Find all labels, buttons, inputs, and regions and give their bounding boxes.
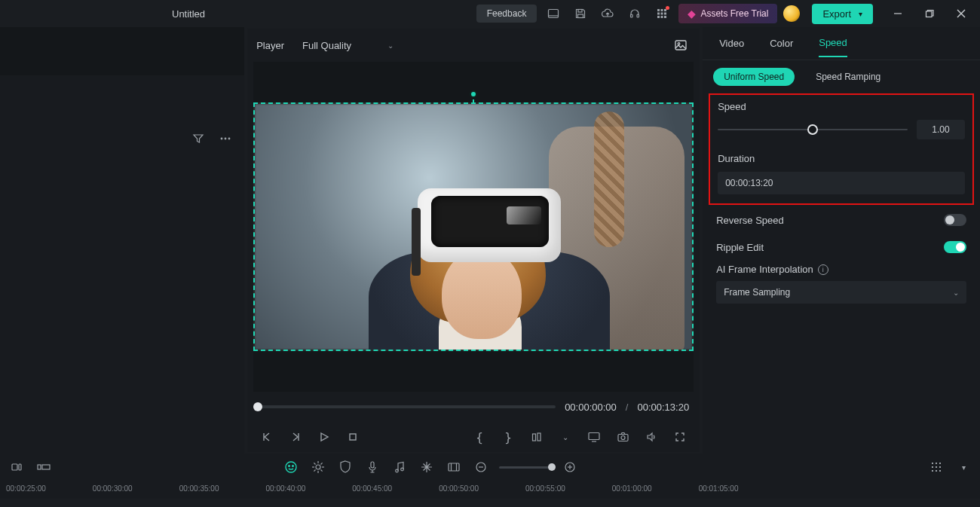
zoom-out-button[interactable] — [472, 458, 490, 476]
project-title: Untitled — [172, 8, 205, 20]
quality-select[interactable]: Full Quality ⌄ — [296, 37, 400, 54]
feedback-button[interactable]: Feedback — [476, 5, 537, 23]
seek-slider[interactable] — [258, 405, 556, 408]
more-icon[interactable] — [217, 130, 234, 147]
info-icon[interactable]: i — [818, 264, 828, 275]
stop-button[interactable] — [344, 428, 362, 446]
filter-icon[interactable] — [190, 130, 207, 147]
svg-rect-60 — [932, 463, 933, 464]
svg-rect-12 — [657, 16, 660, 18]
export-button[interactable]: Export ▾ — [812, 4, 873, 24]
speed-ramping-tab[interactable]: Speed Ramping — [805, 68, 891, 86]
crop-button[interactable] — [528, 428, 546, 446]
svg-rect-26 — [350, 434, 356, 440]
sparkle-icon[interactable] — [418, 458, 436, 476]
current-time: 00:00:00:00 — [565, 402, 617, 413]
next-frame-button[interactable] — [286, 428, 305, 446]
reverse-speed-label: Reverse Speed — [716, 215, 784, 226]
ruler-mark: 00:00:45:00 — [352, 484, 392, 493]
frame-icon[interactable] — [445, 458, 463, 476]
save-icon[interactable] — [570, 3, 591, 24]
svg-rect-22 — [675, 41, 686, 50]
total-time: 00:00:13:20 — [637, 402, 689, 413]
layout-icon[interactable] — [543, 3, 564, 24]
speed-slider-thumb[interactable] — [807, 124, 818, 135]
dropdown-icon[interactable]: ▾ — [954, 458, 972, 476]
svg-rect-7 — [661, 9, 663, 11]
svg-rect-6 — [657, 9, 660, 11]
ruler-mark: 00:00:50:00 — [439, 484, 479, 493]
ruler-mark: 00:00:35:00 — [179, 484, 219, 493]
svg-rect-11 — [664, 13, 666, 15]
music-icon[interactable] — [390, 458, 409, 476]
mark-in-button[interactable]: { — [470, 428, 488, 446]
close-button[interactable] — [948, 3, 974, 24]
tab-video[interactable]: Video — [719, 30, 744, 57]
speed-slider[interactable] — [718, 129, 908, 130]
uniform-speed-tab[interactable]: Uniform Speed — [713, 68, 795, 86]
svg-rect-4 — [631, 14, 633, 17]
maximize-button[interactable] — [917, 3, 942, 24]
track-width-icon[interactable] — [35, 458, 53, 476]
zoom-in-button[interactable] — [561, 458, 579, 476]
monitor-icon[interactable] — [585, 428, 603, 446]
ai-option-label: Frame Sampling — [724, 287, 790, 298]
speed-value[interactable]: 1.00 — [917, 120, 965, 139]
svg-line-46 — [321, 470, 323, 472]
shield-icon[interactable] — [336, 458, 354, 476]
minimize-button[interactable] — [885, 3, 911, 24]
smiley-icon[interactable] — [282, 458, 300, 476]
inspector-tabs: Video Color Speed — [703, 27, 980, 60]
svg-point-20 — [225, 138, 227, 140]
snapshot-button[interactable] — [614, 428, 632, 446]
player-stage[interactable] — [253, 62, 694, 392]
zoom-thumb[interactable] — [548, 463, 556, 471]
mark-out-button[interactable]: } — [499, 428, 517, 446]
ripple-edit-toggle[interactable] — [944, 241, 966, 253]
image-icon[interactable] — [671, 35, 691, 55]
apps-icon[interactable] — [651, 3, 672, 24]
duration-input[interactable]: 00:00:13:20 — [718, 172, 965, 194]
svg-rect-31 — [618, 435, 628, 441]
svg-point-51 — [401, 468, 404, 471]
tab-speed[interactable]: Speed — [819, 29, 847, 57]
cloud-icon[interactable] — [597, 3, 618, 24]
svg-point-39 — [292, 466, 294, 467]
tab-color[interactable]: Color — [770, 30, 793, 57]
media-panel — [0, 27, 244, 454]
ruler-mark: 00:01:00:00 — [612, 484, 652, 493]
avatar[interactable] — [783, 5, 800, 22]
svg-point-50 — [396, 469, 399, 472]
svg-rect-28 — [537, 433, 541, 441]
time-separator: / — [626, 402, 629, 413]
seek-thumb[interactable] — [253, 402, 262, 411]
play-button[interactable] — [315, 428, 333, 446]
svg-rect-68 — [939, 470, 941, 472]
chevron-down-icon[interactable]: ⌄ — [556, 428, 574, 446]
inspector-panel: Video Color Speed Uniform Speed Speed Ra… — [703, 27, 980, 454]
quality-label: Full Quality — [302, 40, 351, 51]
fullscreen-button[interactable] — [671, 428, 689, 446]
time-ruler[interactable]: 00:00:25:00 00:00:30:00 00:00:35:00 00:0… — [0, 481, 980, 496]
grid-view-icon[interactable] — [927, 458, 945, 476]
zoom-slider[interactable] — [499, 466, 552, 469]
chevron-down-icon: ▾ — [859, 10, 862, 18]
video-frame[interactable] — [253, 102, 694, 351]
assets-trial-button[interactable]: ◆ Assets Free Trial — [678, 4, 777, 23]
volume-button[interactable] — [642, 428, 660, 446]
reverse-speed-toggle[interactable] — [944, 214, 966, 226]
ruler-mark: 00:01:05:00 — [699, 484, 739, 493]
ruler-mark: 00:00:25:00 — [6, 484, 46, 493]
svg-rect-27 — [533, 434, 536, 441]
svg-point-37 — [286, 462, 296, 472]
svg-point-23 — [678, 43, 680, 45]
prev-frame-button[interactable] — [258, 428, 276, 446]
ai-interpolation-select[interactable]: Frame Sampling ⌄ — [716, 281, 966, 304]
headphones-icon[interactable] — [624, 3, 645, 24]
svg-line-47 — [314, 470, 315, 472]
toggle-track-icon[interactable] — [8, 458, 26, 476]
rotation-handle[interactable] — [470, 90, 477, 98]
burst-icon[interactable] — [309, 458, 327, 476]
svg-rect-36 — [42, 465, 50, 469]
mic-icon[interactable] — [363, 458, 381, 476]
